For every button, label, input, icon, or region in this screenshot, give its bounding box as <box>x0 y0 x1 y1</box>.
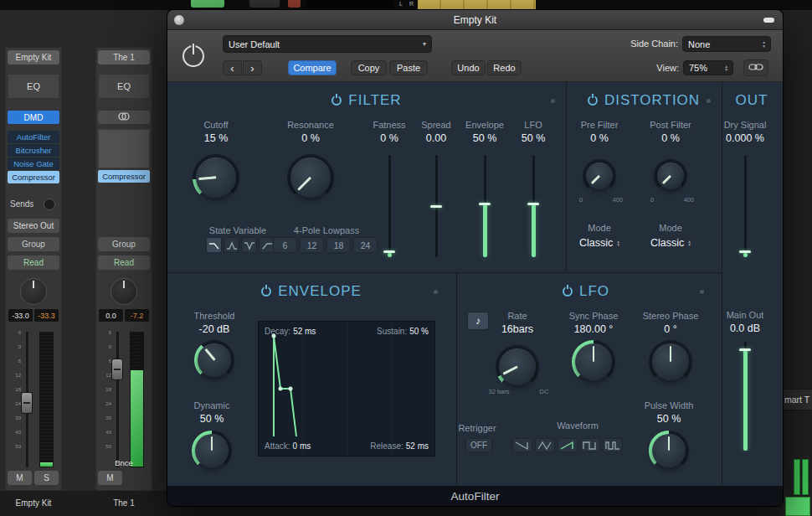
waveform-saw-up-button[interactable] <box>558 438 578 452</box>
lfo-power-icon[interactable] <box>563 286 573 297</box>
previous-preset-button[interactable]: ‹ <box>223 60 242 75</box>
threshold-value[interactable]: -20 dB <box>177 323 252 335</box>
stereo-format-button[interactable] <box>98 111 150 124</box>
automation-mode-button[interactable]: Read <box>8 255 59 270</box>
extended-params-dot[interactable] <box>434 290 438 294</box>
slope-18-button[interactable]: 18 <box>326 237 351 253</box>
preset-select[interactable]: User Default ▾ <box>223 35 432 53</box>
threshold-knob[interactable] <box>194 340 234 380</box>
minimize-button[interactable] <box>763 18 774 23</box>
cutoff-value[interactable]: 15 % <box>178 132 254 144</box>
rate-knob[interactable] <box>496 345 539 389</box>
peak-value[interactable]: -7.2 <box>125 309 149 322</box>
eq-thumbnail-button[interactable]: EQ <box>8 74 59 99</box>
group-button[interactable]: Group <box>8 237 59 251</box>
filter-power-icon[interactable] <box>331 95 342 106</box>
fatness-slider[interactable] <box>383 155 396 257</box>
dynamic-knob[interactable] <box>192 431 232 471</box>
audio-fx-slot-bitcrusher[interactable]: Bitcrusher <box>8 144 59 157</box>
audio-fx-slot-noise-gate[interactable]: Noise Gate <box>8 157 59 170</box>
redo-button[interactable]: Redo <box>487 60 522 75</box>
track-name-empty-kit[interactable]: Empty Kit <box>5 498 62 508</box>
envelope-graph[interactable]: Decay:52 ms Sustain:50 % Attack:0 ms Rel… <box>258 321 435 457</box>
track-name-the-1[interactable]: The 1 <box>95 498 152 508</box>
lfo-amount-slider[interactable] <box>527 155 540 257</box>
toolbar-fragment[interactable] <box>249 0 280 8</box>
waveform-saw-down-button[interactable] <box>512 438 532 452</box>
pre-mode-select[interactable]: Classic ▴▾ <box>562 236 637 250</box>
audio-fx-slot-compressor[interactable]: Compressor <box>98 170 150 183</box>
next-preset-button[interactable]: › <box>243 60 262 75</box>
view-zoom-select[interactable]: 75% ▴▾ <box>683 60 733 75</box>
sync-phase-value[interactable]: 180.00 ° <box>556 323 631 335</box>
attack-value[interactable]: 0 ms <box>293 441 311 451</box>
link-button[interactable] <box>743 59 768 76</box>
filter-type-lowpass-button[interactable] <box>206 237 222 253</box>
release-value[interactable]: 52 ms <box>406 441 429 451</box>
copy-button[interactable]: Copy <box>351 60 387 75</box>
stereo-phase-value[interactable]: 0 ° <box>633 323 708 335</box>
rate-value[interactable]: 16bars <box>480 323 555 335</box>
post-filter-value[interactable]: 0 % <box>633 132 708 144</box>
spread-slider[interactable] <box>429 155 443 257</box>
lfo-amount-value[interactable]: 50 % <box>496 132 571 144</box>
side-chain-select[interactable]: None ▴▾ <box>682 36 771 52</box>
record-fragment[interactable] <box>288 0 301 8</box>
eq-thumbnail-button[interactable]: EQ <box>98 74 150 99</box>
volume-fader[interactable] <box>21 392 33 414</box>
filter-type-notch-button[interactable] <box>241 237 257 253</box>
compare-button[interactable]: Compare <box>288 60 337 75</box>
pre-filter-knob[interactable] <box>583 159 616 193</box>
filter-type-bandpass-button[interactable] <box>224 237 239 253</box>
slope-6-button[interactable]: 6 <box>273 237 297 253</box>
midi-fx-slot-button[interactable]: DMD <box>8 111 59 124</box>
envelope-amount-slider[interactable] <box>478 155 491 257</box>
waveform-pulse-button[interactable] <box>603 438 623 452</box>
close-button[interactable] <box>174 15 184 25</box>
waveform-square-button[interactable] <box>580 438 600 452</box>
dry-signal-value[interactable]: 0.000 % <box>707 132 783 144</box>
mute-button[interactable]: M <box>98 471 122 485</box>
group-button[interactable]: Group <box>98 237 150 251</box>
distortion-power-icon[interactable] <box>588 95 598 106</box>
stereo-phase-knob[interactable] <box>649 340 692 384</box>
dry-signal-slider[interactable] <box>738 155 752 257</box>
paste-button[interactable]: Paste <box>389 60 428 75</box>
post-filter-knob[interactable] <box>654 159 687 193</box>
audio-fx-slot-compressor[interactable]: Compressor <box>8 171 59 183</box>
volume-value[interactable]: -33.0 <box>8 309 33 322</box>
output-button[interactable]: Stereo Out <box>8 219 59 233</box>
window-titlebar[interactable]: Empty Kit <box>167 10 783 30</box>
extended-params-dot[interactable] <box>707 99 711 103</box>
main-out-slider[interactable] <box>738 342 752 451</box>
volume-fader[interactable] <box>111 359 123 380</box>
solo-button[interactable]: S <box>34 471 59 485</box>
slope-24-button[interactable]: 24 <box>353 237 378 253</box>
main-out-value[interactable]: 0.0 dB <box>707 322 783 334</box>
automation-mode-button[interactable]: Read <box>98 255 150 270</box>
pan-knob[interactable] <box>20 278 47 305</box>
partial-track-name[interactable]: mart T <box>783 389 812 410</box>
pre-filter-value[interactable]: 0 % <box>562 132 637 144</box>
channel-setting-button[interactable]: Empty Kit <box>8 50 59 64</box>
decay-value[interactable]: 52 ms <box>293 327 316 336</box>
send-knob[interactable] <box>44 199 55 210</box>
mute-button[interactable]: M <box>8 471 32 485</box>
cutoff-knob[interactable] <box>193 154 239 201</box>
peak-value[interactable]: -33.3 <box>34 309 59 322</box>
channel-setting-button[interactable]: The 1 <box>98 50 150 64</box>
plugin-bypass-button[interactable] <box>181 44 206 69</box>
pulse-width-value[interactable]: 50 % <box>631 413 707 425</box>
sync-phase-knob[interactable] <box>572 340 615 384</box>
undo-button[interactable]: Undo <box>451 60 486 75</box>
extended-params-dot[interactable] <box>551 99 555 103</box>
extended-params-dot[interactable] <box>700 290 704 294</box>
resonance-knob[interactable] <box>287 154 334 201</box>
retrigger-off-button[interactable]: OFF <box>465 438 492 452</box>
pan-knob[interactable] <box>110 278 137 305</box>
volume-value[interactable]: 0.0 <box>99 309 123 322</box>
dynamic-value[interactable]: 50 % <box>174 413 249 425</box>
envelope-power-icon[interactable] <box>261 286 271 297</box>
transport-fragment[interactable] <box>191 0 224 8</box>
slope-12-button[interactable]: 12 <box>300 237 324 253</box>
